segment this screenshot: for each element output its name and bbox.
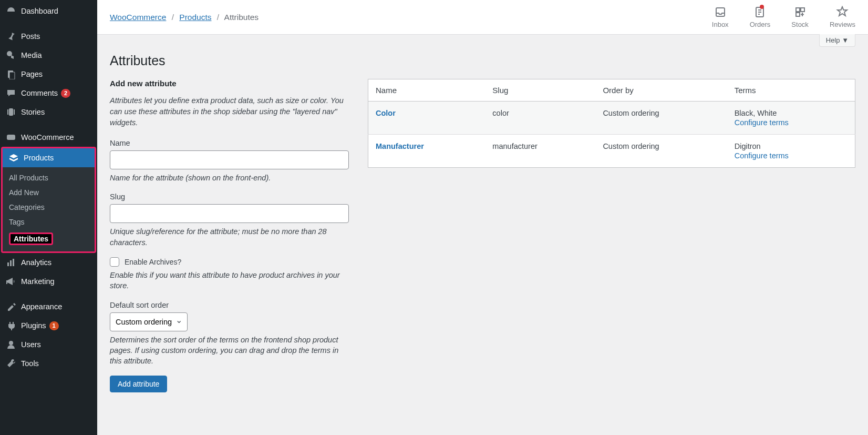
plugins-icon <box>5 320 17 331</box>
appearance-icon <box>5 301 17 312</box>
breadcrumb: WooCommerce / Products / Attributes <box>110 13 259 22</box>
sidebar-item-posts[interactable]: Posts <box>0 27 97 46</box>
analytics-icon <box>5 257 17 268</box>
dashboard-icon <box>5 6 17 16</box>
submenu-tags[interactable]: Tags <box>3 215 95 229</box>
submenu-all-products[interactable]: All Products <box>3 170 95 185</box>
sidebar-item-media[interactable]: Media <box>0 46 97 65</box>
sidebar-item-marketing[interactable]: Marketing <box>0 272 97 291</box>
attr-slug: manufacturer <box>485 135 595 168</box>
sort-select[interactable]: Custom ordering <box>110 312 188 331</box>
svg-rect-5 <box>14 109 15 115</box>
sidebar-item-users[interactable]: Users <box>0 335 97 354</box>
marketing-icon <box>5 276 17 287</box>
attr-order: Custom ordering <box>595 135 727 168</box>
svg-point-10 <box>9 341 13 345</box>
sidebar-item-label: Plugins <box>21 321 46 330</box>
svg-rect-11 <box>716 8 725 16</box>
sidebar-item-tools[interactable]: Tools <box>0 354 97 373</box>
page-title: Attributes <box>110 53 855 68</box>
pin-icon <box>5 31 17 42</box>
th-terms[interactable]: Terms <box>727 79 855 102</box>
top-action-inbox[interactable]: Inbox <box>712 6 729 28</box>
submenu-categories[interactable]: Categories <box>3 200 95 215</box>
top-action-label: Orders <box>750 21 771 28</box>
sidebar-item-label: WooCommerce <box>21 133 74 141</box>
sidebar-item-products[interactable]: Products <box>3 148 95 167</box>
top-action-label: Inbox <box>712 21 729 28</box>
svg-rect-2 <box>9 72 15 79</box>
top-action-label: Stock <box>791 21 809 28</box>
sidebar-item-label: Analytics <box>21 258 51 267</box>
name-input[interactable] <box>110 150 349 169</box>
sidebar-item-plugins[interactable]: Plugins 1 <box>0 316 97 335</box>
breadcrumb-woocommerce[interactable]: WooCommerce <box>110 13 166 22</box>
sidebar-item-label: Media <box>21 51 42 59</box>
form-section-title: Add new attribute <box>110 79 349 88</box>
sidebar-item-appearance[interactable]: Appearance <box>0 297 97 316</box>
sidebar-item-label: Posts <box>21 32 40 41</box>
th-name[interactable]: Name <box>368 79 485 102</box>
products-submenu: All Products Add New Categories Tags Att… <box>3 167 95 251</box>
stock-icon <box>794 6 807 18</box>
svg-rect-9 <box>13 259 14 266</box>
slug-help: Unique slug/reference for the attribute;… <box>110 226 349 248</box>
pages-icon <box>5 69 17 79</box>
sidebar-item-label: Users <box>21 340 41 349</box>
top-bar: WooCommerce / Products / Attributes Inbo… <box>97 0 868 35</box>
sidebar-item-label: Marketing <box>21 277 55 286</box>
submenu-add-new[interactable]: Add New <box>3 185 95 200</box>
sidebar-item-woocommerce[interactable]: WooCommerce <box>0 128 97 147</box>
top-action-reviews[interactable]: Reviews <box>830 6 855 28</box>
sidebar-item-label: Products <box>24 154 54 162</box>
users-icon <box>5 339 17 350</box>
form-intro-text: Attributes let you define extra product … <box>110 95 349 128</box>
inbox-icon <box>714 6 727 18</box>
sidebar-item-dashboard[interactable]: Dashboard <box>0 2 97 21</box>
woo-icon <box>5 132 17 143</box>
slug-input[interactable] <box>110 204 349 223</box>
slug-label: Slug <box>110 193 349 201</box>
th-slug[interactable]: Slug <box>485 79 595 102</box>
top-actions: Inbox Orders Stock Reviews <box>712 6 855 28</box>
top-action-stock[interactable]: Stock <box>791 6 809 28</box>
breadcrumb-current: Attributes <box>224 13 259 22</box>
attr-name-link[interactable]: Color <box>376 109 396 117</box>
highlighted-products-section: Products All Products Add New Categories… <box>1 147 96 253</box>
sidebar-item-comments[interactable]: Comments 2 <box>0 84 97 103</box>
configure-terms-link[interactable]: Configure terms <box>735 151 789 160</box>
help-button[interactable]: Help ▼ <box>819 34 855 47</box>
svg-rect-16 <box>796 8 800 12</box>
attr-terms: Digitron <box>735 142 761 150</box>
attr-terms: Black, White <box>735 109 777 117</box>
attr-name-link[interactable]: Manufacturer <box>376 142 424 150</box>
add-attribute-form: Add new attribute Attributes let you def… <box>110 79 349 392</box>
breadcrumb-sep: / <box>217 13 219 22</box>
sidebar-item-label: Pages <box>21 70 43 78</box>
svg-rect-6 <box>7 135 15 140</box>
breadcrumb-products[interactable]: Products <box>179 13 211 22</box>
sidebar-item-analytics[interactable]: Analytics <box>0 253 97 272</box>
comments-badge: 2 <box>61 89 70 98</box>
archives-checkbox[interactable] <box>110 257 119 267</box>
svg-rect-3 <box>9 108 13 116</box>
name-label: Name <box>110 139 349 147</box>
sidebar-item-stories[interactable]: Stories <box>0 103 97 122</box>
submenu-attributes[interactable]: Attributes <box>3 229 95 248</box>
plugins-badge: 1 <box>49 321 59 330</box>
th-order[interactable]: Order by <box>595 79 727 102</box>
configure-terms-link[interactable]: Configure terms <box>735 118 789 127</box>
sidebar-item-label: Comments <box>21 89 58 97</box>
main-content: WooCommerce / Products / Attributes Inbo… <box>97 0 868 435</box>
archives-label: Enable Archives? <box>125 258 181 266</box>
add-attribute-button[interactable]: Add attribute <box>110 376 167 392</box>
sidebar-item-label: Appearance <box>21 302 62 311</box>
comments-icon <box>5 88 17 98</box>
sort-label: Default sort order <box>110 301 349 309</box>
sidebar-item-label: Tools <box>21 359 39 368</box>
products-icon <box>8 153 19 163</box>
top-action-orders[interactable]: Orders <box>750 6 771 28</box>
sidebar-item-pages[interactable]: Pages <box>0 65 97 84</box>
tools-icon <box>5 358 17 369</box>
sidebar-item-label: Dashboard <box>21 7 58 15</box>
